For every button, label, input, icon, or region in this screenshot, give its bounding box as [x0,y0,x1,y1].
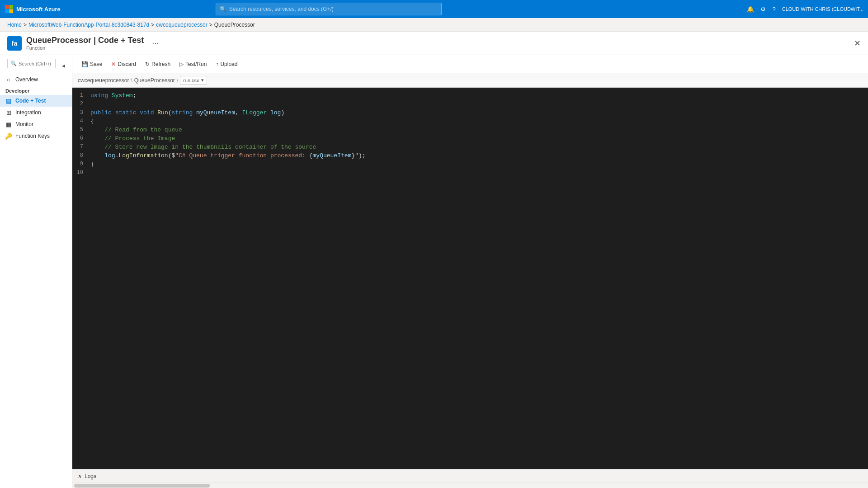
close-button[interactable]: ✕ [854,38,861,48]
sidebar-search[interactable]: 🔍 [7,59,56,68]
breadcrumb-sep-1: > [24,22,27,28]
code-line-4: 4{ [72,117,868,126]
page-icon: fa [7,36,22,51]
upload-icon: ↑ [216,61,218,67]
breadcrumb-sep-2: > [151,22,154,28]
line-content-6: // Process the Image [90,134,868,143]
breadcrumb-home[interactable]: Home [7,22,22,28]
search-icon: 🔍 [220,6,226,12]
line-number-3: 3 [72,108,90,117]
code-editor[interactable]: 1using System;23public static void Run(s… [72,88,868,469]
page-more-button[interactable]: ··· [152,38,159,48]
sidebar: 🔍 ◂ ○ Overview Developer ▤ Code + Test ⊞… [0,55,72,488]
line-number-10: 10 [72,169,90,177]
code-line-10: 10 [72,169,868,177]
breadcrumb-sep-3: > [209,22,212,28]
page-header: fa QueueProcessor | Code + Test Function… [0,32,868,55]
line-content-4: { [90,117,868,126]
content-area: 💾 Save ✕ Discard ↻ Refresh ▷ Test/Run ↑ … [72,55,868,488]
test-run-button[interactable]: ▷ Test/Run [176,59,210,69]
line-number-2: 2 [72,100,90,108]
line-content-8: log.LogInformation($"C# Queue trigger fu… [90,151,868,160]
breadcrumb: Home > MicrosoftWeb-FunctionApp-Portal-8… [0,18,868,32]
sidebar-item-overview-label: Overview [15,76,38,83]
toolbar: 💾 Save ✕ Discard ↻ Refresh ▷ Test/Run ↑ … [72,55,868,73]
file-path-sep-1: \ [131,77,132,84]
line-number-1: 1 [72,91,90,100]
upload-button[interactable]: ↑ Upload [212,59,241,69]
code-line-7: 7 // Store new Image in the thumbnails c… [72,143,868,151]
user-account[interactable]: CLOUD WITH CHRIS (CLOUDWIT... [782,6,863,12]
sidebar-item-monitor-label: Monitor [15,121,33,127]
monitor-icon: ▦ [5,121,12,127]
breadcrumb-function[interactable]: cwcequeueprocessor [156,22,207,28]
overview-icon: ○ [5,76,12,83]
sidebar-item-function-keys[interactable]: 🔑 Function Keys [0,130,72,142]
line-content-7: // Store new Image in the thumbnails con… [90,143,868,151]
code-line-2: 2 [72,100,868,108]
logs-panel[interactable]: ∧ Logs [72,469,868,483]
line-number-4: 4 [72,117,90,126]
scrollbar-thumb[interactable] [74,484,210,488]
sidebar-search-icon: 🔍 [10,61,17,66]
topbar-right: 🔔 ⚙ ? CLOUD WITH CHRIS (CLOUDWIT... [747,6,863,13]
file-path-bar: cwcequeueprocessor \ QueueProcessor \ ru… [72,73,868,88]
topbar: Microsoft Azure 🔍 🔔 ⚙ ? CLOUD WITH CHRIS… [0,0,868,18]
sidebar-item-code-test-label: Code + Test [15,98,46,104]
integration-icon: ⊞ [5,109,12,116]
code-test-icon: ▤ [5,98,12,104]
file-path-queue: QueueProcessor [134,77,175,84]
discard-button[interactable]: ✕ Discard [108,59,140,69]
file-path-sep-2: \ [177,77,178,84]
line-number-8: 8 [72,151,90,160]
page-title: QueueProcessor | Code + Test [26,36,144,45]
function-keys-icon: 🔑 [5,133,12,139]
sidebar-item-integration-label: Integration [15,109,41,116]
sidebar-item-overview[interactable]: ○ Overview [0,74,72,85]
sidebar-search-input[interactable] [19,61,52,66]
app-name: Microsoft Azure [16,6,61,13]
save-icon: 💾 [81,61,88,67]
help-icon[interactable]: ? [772,6,775,13]
breadcrumb-current: QueueProcessor [214,22,255,28]
file-path-function: cwcequeueprocessor [78,77,129,84]
notifications-icon[interactable]: 🔔 [747,6,754,13]
chevron-down-icon: ▾ [201,77,204,83]
sidebar-collapse-button[interactable]: ◂ [61,61,68,70]
file-dropdown-value: run.csx [183,78,199,83]
line-content-1: using System; [90,91,868,100]
main-layout: 🔍 ◂ ○ Overview Developer ▤ Code + Test ⊞… [0,55,868,488]
search-input[interactable] [229,6,438,12]
sidebar-item-integration[interactable]: ⊞ Integration [0,107,72,118]
line-content-5: // Read from the queue [90,126,868,134]
page-title-group: QueueProcessor | Code + Test Function [26,36,144,51]
code-line-8: 8 log.LogInformation($"C# Queue trigger … [72,151,868,160]
code-line-9: 9} [72,160,868,169]
code-line-1: 1using System; [72,91,868,100]
breadcrumb-function-app[interactable]: MicrosoftWeb-FunctionApp-Portal-8c3d0843… [28,22,149,28]
line-number-5: 5 [72,126,90,134]
code-line-6: 6 // Process the Image [72,134,868,143]
test-run-icon: ▷ [179,61,184,67]
code-line-3: 3public static void Run(string myQueueIt… [72,108,868,117]
line-content-9: } [90,160,868,169]
horizontal-scrollbar[interactable] [72,483,868,488]
file-dropdown[interactable]: run.csx ▾ [180,76,207,84]
code-line-5: 5 // Read from the queue [72,126,868,134]
global-search[interactable]: 🔍 [216,3,442,15]
line-number-9: 9 [72,160,90,169]
save-button[interactable]: 💾 Save [78,59,106,69]
line-number-7: 7 [72,143,90,151]
sidebar-group-developer: Developer [0,85,72,95]
sidebar-item-function-keys-label: Function Keys [15,133,50,139]
app-logo[interactable]: Microsoft Azure [5,5,61,14]
refresh-button[interactable]: ↻ Refresh [142,59,174,69]
logs-chevron: ∧ [78,473,82,479]
line-content-3: public static void Run(string myQueueIte… [90,108,868,117]
line-number-6: 6 [72,134,90,143]
refresh-icon: ↻ [145,61,150,67]
settings-icon[interactable]: ⚙ [760,6,766,13]
sidebar-item-code-test[interactable]: ▤ Code + Test [0,95,72,107]
discard-icon: ✕ [111,61,116,67]
sidebar-item-monitor[interactable]: ▦ Monitor [0,118,72,130]
